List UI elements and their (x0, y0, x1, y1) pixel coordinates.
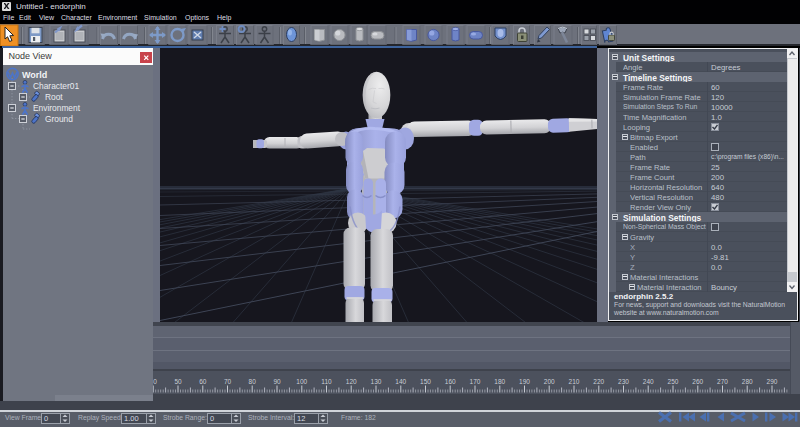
svg-text:150: 150 (420, 377, 431, 384)
svg-text:280: 280 (742, 377, 753, 384)
svg-text:170: 170 (470, 377, 481, 384)
svg-text:130: 130 (371, 377, 382, 384)
svg-text:240: 240 (643, 377, 654, 384)
svg-text:World: World (22, 69, 47, 79)
svg-text:260: 260 (692, 377, 703, 384)
svg-text:120: 120 (346, 377, 357, 384)
svg-text:230: 230 (618, 377, 629, 384)
svg-text:200: 200 (544, 377, 555, 384)
svg-text:210: 210 (569, 377, 580, 384)
svg-text:140: 140 (395, 377, 406, 384)
svg-text:Root: Root (45, 92, 63, 102)
svg-text:160: 160 (445, 377, 456, 384)
svg-text:220: 220 (593, 377, 604, 384)
svg-text:110: 110 (321, 377, 332, 384)
svg-text:Character01: Character01 (33, 81, 79, 91)
svg-text:Ground: Ground (45, 114, 73, 124)
svg-text:100: 100 (296, 377, 307, 384)
svg-text:Environment: Environment (33, 103, 81, 113)
svg-text:70: 70 (224, 377, 232, 384)
svg-text:290: 290 (767, 377, 778, 384)
svg-text:270: 270 (717, 377, 728, 384)
svg-text:180: 180 (494, 377, 505, 384)
svg-text:250: 250 (668, 377, 679, 384)
svg-text:60: 60 (199, 377, 207, 384)
svg-text:190: 190 (519, 377, 530, 384)
svg-text:90: 90 (273, 377, 281, 384)
svg-text:50: 50 (174, 377, 182, 384)
svg-text:80: 80 (249, 377, 257, 384)
